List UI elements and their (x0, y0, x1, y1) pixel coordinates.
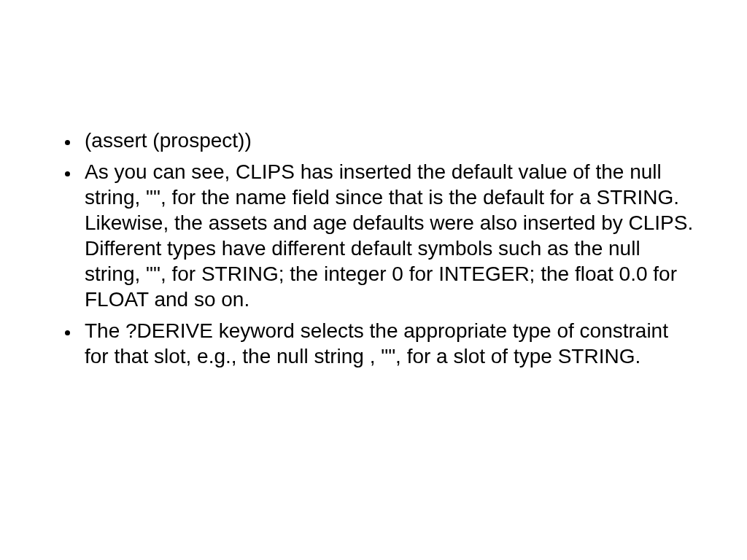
list-item: As you can see, CLIPS has inserted the d… (80, 159, 696, 312)
list-item: (assert (prospect)) (80, 128, 696, 153)
slide: (assert (prospect)) As you can see, CLIP… (0, 0, 747, 560)
list-item: The ?DERIVE keyword selects the appropri… (80, 318, 696, 369)
bullet-list: (assert (prospect)) As you can see, CLIP… (51, 128, 696, 369)
